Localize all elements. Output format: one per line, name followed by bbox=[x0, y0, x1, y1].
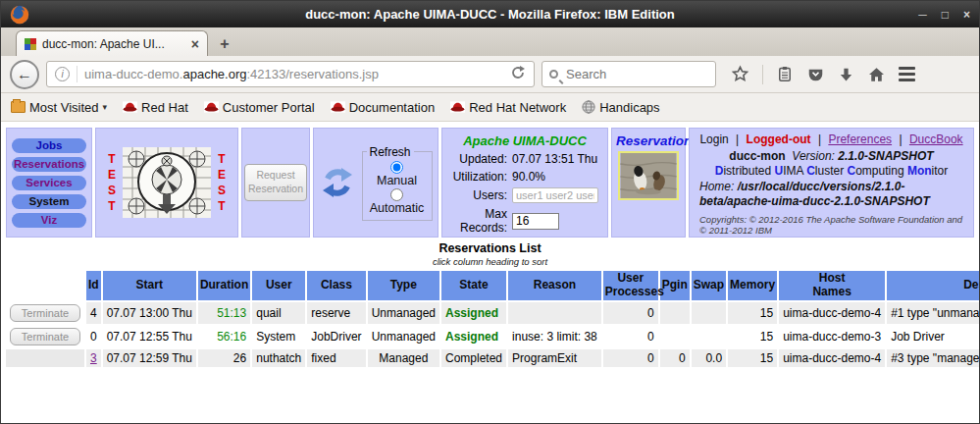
cell-memory: 15 bbox=[728, 349, 777, 367]
back-button[interactable]: ← bbox=[10, 60, 39, 89]
page-title: Reservations bbox=[616, 133, 681, 148]
firefox-logo-icon bbox=[10, 5, 29, 25]
tab-ducc-mon[interactable]: ducc-mon: Apache UI... × bbox=[16, 30, 208, 56]
cell-reason: ProgramExit bbox=[508, 349, 601, 367]
bookmark-red-hat-network[interactable]: Red Hat Network bbox=[450, 100, 566, 115]
cell-pgin bbox=[660, 302, 690, 324]
table-header-row: Id Start Duration User Class Type State … bbox=[6, 271, 980, 300]
pocket-icon[interactable] bbox=[806, 66, 825, 83]
nav-system-link[interactable]: System bbox=[12, 194, 86, 209]
col-start[interactable]: Start bbox=[103, 271, 196, 300]
cell-description: #1 type "unmanaged" bbox=[887, 302, 980, 324]
col-id[interactable]: Id bbox=[86, 271, 101, 300]
col-memory[interactable]: Memory bbox=[728, 271, 777, 300]
cell-state: Completed bbox=[441, 349, 506, 367]
tab-close-icon[interactable]: × bbox=[191, 36, 199, 52]
minimize-button[interactable]: ─ bbox=[918, 5, 927, 25]
page-content: Jobs Reservations Services System Viz TE… bbox=[1, 122, 979, 369]
refresh-cell: Refresh Manual Automatic bbox=[313, 128, 438, 238]
cell-start: 07.07 13:00 Thu bbox=[103, 302, 196, 324]
col-user[interactable]: User bbox=[252, 271, 305, 300]
col-type[interactable]: Type bbox=[368, 271, 439, 300]
bookmark-red-hat[interactable]: Red Hat bbox=[123, 100, 188, 115]
col-class[interactable]: Class bbox=[307, 271, 365, 300]
col-state[interactable]: State bbox=[441, 271, 506, 300]
reload-icon[interactable] bbox=[510, 65, 526, 83]
nav-viz-link[interactable]: Viz bbox=[12, 213, 86, 228]
globe-icon bbox=[582, 100, 595, 114]
new-tab-button[interactable]: + bbox=[211, 33, 238, 56]
reservation-row: 3 07.07 12:59 Thu 26 nuthatch fixed Mana… bbox=[6, 349, 980, 367]
cell-duration: 26 bbox=[198, 349, 250, 367]
menu-icon[interactable] bbox=[899, 67, 915, 81]
ducc-header: Jobs Reservations Services System Viz TE… bbox=[6, 128, 974, 238]
col-host-names[interactable]: Host Names bbox=[779, 271, 885, 300]
uima-favicon-icon bbox=[25, 38, 36, 50]
bookmarks-menu-icon[interactable] bbox=[776, 65, 794, 83]
bookmark-star-icon[interactable] bbox=[731, 65, 749, 83]
refresh-automatic-radio[interactable] bbox=[390, 188, 403, 201]
cell-type: Unmanaged bbox=[368, 302, 439, 324]
search-bar[interactable] bbox=[542, 61, 716, 87]
red-hat-icon bbox=[450, 101, 465, 113]
cell-type: Managed bbox=[368, 349, 439, 367]
copyright-line: Copyrights: © 2012-2016 The Apache Softw… bbox=[699, 214, 963, 236]
col-user-processes[interactable]: User Processes bbox=[603, 271, 658, 300]
max-records-label: Max Records: bbox=[446, 207, 507, 235]
request-reservation-button[interactable]: Request Reservation bbox=[244, 164, 307, 200]
bookmark-handicaps[interactable]: Handicaps bbox=[582, 100, 659, 115]
terminate-button[interactable]: Terminate bbox=[10, 328, 80, 345]
col-swap[interactable]: Swap bbox=[692, 271, 726, 300]
search-input[interactable] bbox=[564, 66, 708, 82]
bookmark-documentation[interactable]: Documentation bbox=[331, 100, 435, 115]
version-line: ducc-mon Version: 2.1.0-SNAPSHOT bbox=[699, 149, 963, 163]
bookmark-customer-portal[interactable]: Customer Portal bbox=[204, 100, 315, 115]
reservation-row: Terminate 0 07.07 12:55 Thu 56:16 System… bbox=[6, 326, 980, 347]
test-label-right: TEST bbox=[218, 151, 226, 214]
cell-start: 07.07 12:55 Thu bbox=[103, 326, 196, 347]
col-pgin[interactable]: Pgin bbox=[660, 271, 690, 300]
reservation-id-link[interactable]: 3 bbox=[90, 351, 97, 365]
ducks-image bbox=[618, 151, 679, 200]
refresh-automatic-option[interactable]: Automatic bbox=[367, 187, 428, 215]
cell-user: System bbox=[252, 326, 305, 347]
cell-id: 4 bbox=[86, 302, 101, 324]
url-bar[interactable]: i uima-ducc-demo.apache.org:42133/reserv… bbox=[46, 61, 535, 87]
nav-jobs-link[interactable]: Jobs bbox=[12, 138, 86, 153]
site-info-icon[interactable]: i bbox=[55, 67, 70, 81]
duccbook-link[interactable]: DuccBook bbox=[909, 132, 963, 146]
url-text[interactable]: uima-ducc-demo.apache.org:42133/reservat… bbox=[84, 67, 379, 81]
refresh-legend: Refresh bbox=[367, 145, 414, 159]
chevron-down-icon: ▾ bbox=[103, 102, 108, 112]
refresh-manual-radio[interactable] bbox=[390, 161, 403, 174]
cell-memory: 15 bbox=[728, 326, 777, 347]
bookmark-most-visited[interactable]: Most Visited▾ bbox=[11, 100, 107, 115]
downloads-icon[interactable] bbox=[838, 66, 854, 83]
request-reservation-cell: Request Reservation bbox=[241, 128, 310, 238]
col-reason[interactable]: Reason bbox=[508, 271, 601, 300]
preferences-link[interactable]: Preferences bbox=[828, 132, 892, 146]
cell-swap bbox=[692, 302, 726, 324]
page-label-cell: Reservations bbox=[611, 128, 686, 238]
terminate-button[interactable]: Terminate bbox=[10, 304, 80, 322]
maximize-button[interactable]: □ bbox=[942, 5, 949, 25]
max-records-input[interactable] bbox=[512, 213, 559, 230]
cell-pgin bbox=[660, 326, 690, 347]
users-input[interactable] bbox=[512, 187, 598, 203]
utilization-value: 90.0% bbox=[512, 170, 603, 184]
refresh-manual-option[interactable]: Manual bbox=[367, 160, 428, 187]
login-link[interactable]: Login bbox=[699, 132, 728, 146]
col-description[interactable]: Description bbox=[887, 271, 980, 300]
nav-reservations-link[interactable]: Reservations bbox=[12, 157, 86, 172]
nav-services-link[interactable]: Services bbox=[12, 176, 86, 190]
cell-duration: 56:16 bbox=[198, 326, 250, 347]
red-hat-icon bbox=[123, 101, 137, 113]
reservation-row: Terminate 4 07.07 13:00 Thu 51:13 quail … bbox=[6, 302, 980, 324]
home-icon[interactable] bbox=[867, 66, 886, 83]
refresh-icon[interactable] bbox=[320, 165, 355, 200]
window-titlebar: ducc-mon: Apache UIMA-DUCC - Mozilla Fir… bbox=[1, 1, 979, 27]
tab-strip: ducc-mon: Apache UI... × + bbox=[1, 27, 979, 56]
cell-swap: 0.0 bbox=[692, 349, 726, 367]
col-duration[interactable]: Duration bbox=[198, 271, 250, 300]
close-button[interactable]: × bbox=[963, 5, 970, 25]
